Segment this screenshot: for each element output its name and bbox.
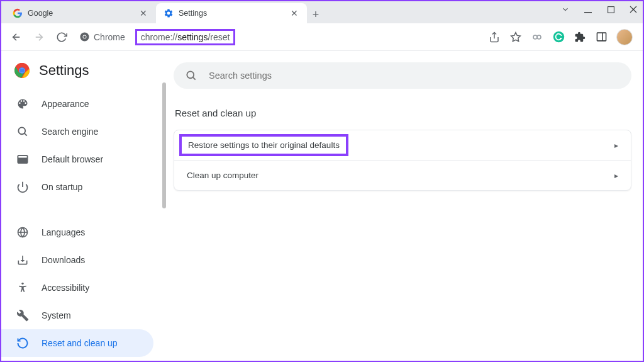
power-icon xyxy=(16,181,29,193)
back-button[interactable] xyxy=(8,28,25,46)
section-title: Reset and clean up xyxy=(174,108,631,118)
tab-google[interactable]: Google ✕ xyxy=(5,3,156,23)
new-tab-button[interactable]: + xyxy=(307,6,325,23)
palette-icon xyxy=(16,98,29,110)
svg-rect-1 xyxy=(608,6,614,13)
maximize-icon[interactable] xyxy=(606,5,615,14)
chrome-label: Chrome xyxy=(94,32,125,42)
sidebar-item-label: Reset and clean up xyxy=(42,338,118,348)
svg-point-20 xyxy=(19,68,25,73)
main-panel: Reset and clean up Restore settings to t… xyxy=(162,51,643,361)
close-window-icon[interactable] xyxy=(629,5,638,14)
settings-card: Restore settings to their original defau… xyxy=(174,130,631,191)
sidebar-item-label: On startup xyxy=(42,182,82,192)
url-highlight: chrome://settings/reset xyxy=(135,29,236,45)
sidebar-item-label: Search engine xyxy=(42,127,98,137)
chrome-icon xyxy=(79,31,90,42)
highlight: Restore settings to their original defau… xyxy=(179,134,348,156)
reset-icon xyxy=(16,337,29,349)
gear-icon xyxy=(164,8,174,18)
close-icon[interactable]: ✕ xyxy=(289,8,299,18)
reload-button[interactable] xyxy=(53,28,70,46)
tab-title: Google xyxy=(28,9,53,18)
globe-icon xyxy=(16,226,29,239)
svg-point-29 xyxy=(21,283,23,285)
tab-settings[interactable]: Settings ✕ xyxy=(156,3,307,23)
google-icon xyxy=(13,8,23,18)
page-title: Settings xyxy=(39,62,89,79)
sidebar-item-downloads[interactable]: Downloads xyxy=(1,246,162,274)
avatar[interactable] xyxy=(616,29,633,45)
browser-icon xyxy=(16,153,29,166)
sidepanel-icon[interactable] xyxy=(595,31,608,43)
sidebar-item-system[interactable]: System xyxy=(1,302,162,329)
toolbar-actions xyxy=(488,29,636,45)
sidebar-item-label: Languages xyxy=(42,227,85,237)
chrome-logo-icon xyxy=(14,62,30,79)
sidebar-item-on-startup[interactable]: On startup xyxy=(1,173,162,201)
sidebar-item-default-browser[interactable]: Default browser xyxy=(1,145,162,173)
download-icon xyxy=(16,254,29,266)
chevron-right-icon: ▸ xyxy=(614,141,618,150)
search-icon xyxy=(185,69,197,82)
address-bar[interactable]: chrome://settings/reset xyxy=(134,27,483,47)
svg-point-13 xyxy=(553,31,564,42)
toolbar: Chrome chrome://settings/reset xyxy=(1,23,643,51)
sidebar-item-reset[interactable]: Reset and clean up xyxy=(1,329,153,357)
svg-line-22 xyxy=(25,133,27,136)
content: Settings Appearance Search engine Defaul… xyxy=(1,51,643,361)
chevron-down-icon[interactable] xyxy=(561,5,570,14)
sidebar-item-search-engine[interactable]: Search engine xyxy=(1,118,162,145)
accessibility-icon xyxy=(16,281,29,294)
titlebar: Google ✕ Settings ✕ + xyxy=(1,1,643,23)
svg-rect-14 xyxy=(597,33,606,41)
close-icon[interactable]: ✕ xyxy=(138,8,148,18)
link-icon[interactable] xyxy=(531,31,543,43)
sidebar-item-label: Accessibility xyxy=(42,283,89,293)
wrench-icon xyxy=(16,309,29,322)
svg-point-8 xyxy=(83,35,86,38)
forward-button[interactable] xyxy=(30,28,48,46)
row-restore-defaults[interactable]: Restore settings to their original defau… xyxy=(174,130,631,160)
svg-line-31 xyxy=(193,77,196,80)
sidebar-item-label: System xyxy=(42,310,71,320)
scrollbar[interactable] xyxy=(162,82,166,208)
sidebar-item-accessibility[interactable]: Accessibility xyxy=(1,274,162,302)
sidebar: Settings Appearance Search engine Defaul… xyxy=(1,51,162,361)
extensions-icon[interactable] xyxy=(574,31,586,43)
sidebar-item-label: Default browser xyxy=(42,154,103,164)
search-icon xyxy=(16,125,29,138)
sidebar-item-languages[interactable]: Languages xyxy=(1,218,162,246)
settings-header: Settings xyxy=(1,62,162,90)
sidebar-item-appearance[interactable]: Appearance xyxy=(1,90,162,118)
sidebar-item-label: Downloads xyxy=(42,255,85,265)
row-label: Clean up computer xyxy=(187,171,258,180)
search-input[interactable] xyxy=(209,71,620,81)
window-controls xyxy=(561,5,638,14)
svg-marker-10 xyxy=(511,32,521,41)
svg-point-11 xyxy=(533,35,537,39)
minimize-icon[interactable] xyxy=(584,5,592,14)
svg-rect-0 xyxy=(584,12,592,13)
grammarly-icon[interactable] xyxy=(552,31,565,43)
sidebar-item-label: Appearance xyxy=(42,99,89,109)
svg-point-12 xyxy=(537,35,541,39)
tab-strip: Google ✕ Settings ✕ + xyxy=(1,1,325,23)
bookmark-icon[interactable] xyxy=(509,31,522,43)
svg-point-30 xyxy=(187,71,194,78)
svg-point-21 xyxy=(18,127,25,134)
tab-title: Settings xyxy=(179,9,207,18)
share-icon[interactable] xyxy=(488,31,501,43)
chevron-right-icon: ▸ xyxy=(614,171,618,180)
row-clean-up[interactable]: Clean up computer ▸ xyxy=(174,160,631,190)
chrome-chip: Chrome xyxy=(75,31,129,42)
search-settings[interactable] xyxy=(174,62,631,89)
